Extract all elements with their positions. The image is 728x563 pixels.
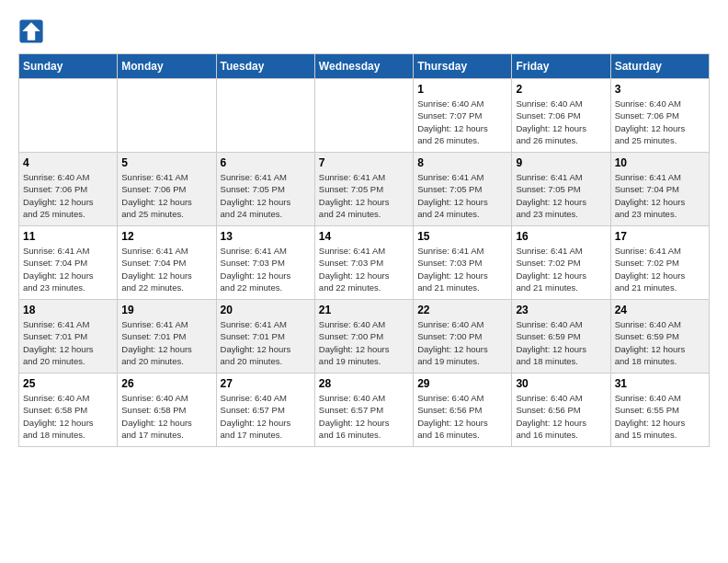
day-number: 6 [221,156,311,169]
day-number: 26 [121,377,211,390]
day-info: Sunrise: 6:41 AM Sunset: 7:04 PM Dayligh… [615,171,705,220]
calendar-cell: 14Sunrise: 6:41 AM Sunset: 7:03 PM Dayli… [314,226,413,300]
day-number: 1 [417,83,507,96]
day-number: 24 [615,304,705,316]
calendar-week-row: 1Sunrise: 6:40 AM Sunset: 7:07 PM Daylig… [19,79,710,153]
day-number: 22 [417,304,507,316]
day-number: 14 [319,230,409,243]
calendar-cell: 27Sunrise: 6:40 AM Sunset: 6:57 PM Dayli… [216,373,314,447]
day-info: Sunrise: 6:40 AM Sunset: 6:55 PM Dayligh… [615,392,705,441]
day-info: Sunrise: 6:40 AM Sunset: 6:57 PM Dayligh… [221,392,311,441]
day-info: Sunrise: 6:40 AM Sunset: 6:59 PM Dayligh… [516,318,606,367]
day-number: 3 [615,83,705,96]
day-info: Sunrise: 6:41 AM Sunset: 7:05 PM Dayligh… [417,171,507,220]
calendar-cell: 6Sunrise: 6:41 AM Sunset: 7:05 PM Daylig… [216,153,314,226]
day-info: Sunrise: 6:41 AM Sunset: 7:04 PM Dayligh… [23,245,113,293]
calendar-cell: 21Sunrise: 6:40 AM Sunset: 7:00 PM Dayli… [314,300,413,373]
day-info: Sunrise: 6:41 AM Sunset: 7:05 PM Dayligh… [221,171,311,220]
calendar-cell: 17Sunrise: 6:41 AM Sunset: 7:02 PM Dayli… [610,226,709,300]
day-info: Sunrise: 6:41 AM Sunset: 7:03 PM Dayligh… [221,245,311,293]
day-header-tuesday: Tuesday [216,54,314,79]
calendar-cell [118,79,216,153]
calendar-cell: 4Sunrise: 6:40 AM Sunset: 7:06 PM Daylig… [19,153,118,226]
day-info: Sunrise: 6:41 AM Sunset: 7:05 PM Dayligh… [516,171,606,220]
calendar-week-row: 4Sunrise: 6:40 AM Sunset: 7:06 PM Daylig… [19,153,710,226]
calendar-cell: 23Sunrise: 6:40 AM Sunset: 6:59 PM Dayli… [512,300,610,373]
day-info: Sunrise: 6:40 AM Sunset: 6:59 PM Dayligh… [615,318,705,367]
day-header-thursday: Thursday [414,54,512,79]
day-header-monday: Monday [118,54,216,79]
day-info: Sunrise: 6:41 AM Sunset: 7:05 PM Dayligh… [319,171,409,220]
page-header [18,18,710,44]
day-info: Sunrise: 6:40 AM Sunset: 6:56 PM Dayligh… [516,392,606,441]
day-number: 18 [23,304,113,316]
calendar-cell: 7Sunrise: 6:41 AM Sunset: 7:05 PM Daylig… [314,153,413,226]
calendar-cell: 24Sunrise: 6:40 AM Sunset: 6:59 PM Dayli… [610,300,709,373]
day-info: Sunrise: 6:40 AM Sunset: 7:07 PM Dayligh… [417,98,507,146]
calendar-cell: 9Sunrise: 6:41 AM Sunset: 7:05 PM Daylig… [512,153,610,226]
calendar-cell: 28Sunrise: 6:40 AM Sunset: 6:57 PM Dayli… [314,373,413,447]
day-number: 19 [121,304,211,316]
calendar-table: SundayMondayTuesdayWednesdayThursdayFrid… [18,53,710,447]
calendar-cell: 12Sunrise: 6:41 AM Sunset: 7:04 PM Dayli… [118,226,216,300]
day-number: 15 [417,230,507,243]
day-info: Sunrise: 6:41 AM Sunset: 7:02 PM Dayligh… [615,245,705,293]
calendar-cell: 29Sunrise: 6:40 AM Sunset: 6:56 PM Dayli… [414,373,512,447]
day-number: 21 [319,304,409,316]
calendar-cell: 19Sunrise: 6:41 AM Sunset: 7:01 PM Dayli… [118,300,216,373]
day-number: 20 [221,304,311,316]
day-number: 7 [319,156,409,169]
day-info: Sunrise: 6:40 AM Sunset: 6:58 PM Dayligh… [23,392,113,441]
day-info: Sunrise: 6:41 AM Sunset: 7:03 PM Dayligh… [319,245,409,293]
day-number: 12 [121,230,211,243]
day-info: Sunrise: 6:41 AM Sunset: 7:02 PM Dayligh… [516,245,606,293]
day-number: 10 [615,156,705,169]
day-number: 30 [516,377,606,390]
day-info: Sunrise: 6:41 AM Sunset: 7:01 PM Dayligh… [121,318,211,367]
day-info: Sunrise: 6:40 AM Sunset: 6:57 PM Dayligh… [319,392,409,441]
day-number: 31 [615,377,705,390]
calendar-cell: 16Sunrise: 6:41 AM Sunset: 7:02 PM Dayli… [512,226,610,300]
day-header-saturday: Saturday [610,54,709,79]
day-number: 23 [516,304,606,316]
day-info: Sunrise: 6:41 AM Sunset: 7:03 PM Dayligh… [417,245,507,293]
calendar-cell: 18Sunrise: 6:41 AM Sunset: 7:01 PM Dayli… [19,300,118,373]
calendar-cell [216,79,314,153]
calendar-cell: 5Sunrise: 6:41 AM Sunset: 7:06 PM Daylig… [118,153,216,226]
day-number: 8 [417,156,507,169]
day-info: Sunrise: 6:40 AM Sunset: 7:06 PM Dayligh… [615,98,705,146]
calendar-header-row: SundayMondayTuesdayWednesdayThursdayFrid… [19,54,710,79]
calendar-cell: 15Sunrise: 6:41 AM Sunset: 7:03 PM Dayli… [414,226,512,300]
calendar-cell: 20Sunrise: 6:41 AM Sunset: 7:01 PM Dayli… [216,300,314,373]
day-info: Sunrise: 6:40 AM Sunset: 6:56 PM Dayligh… [417,392,507,441]
calendar-week-row: 18Sunrise: 6:41 AM Sunset: 7:01 PM Dayli… [19,300,710,373]
calendar-week-row: 25Sunrise: 6:40 AM Sunset: 6:58 PM Dayli… [19,373,710,447]
calendar-cell: 10Sunrise: 6:41 AM Sunset: 7:04 PM Dayli… [610,153,709,226]
day-info: Sunrise: 6:40 AM Sunset: 7:06 PM Dayligh… [23,171,113,220]
day-number: 11 [23,230,113,243]
calendar-cell: 22Sunrise: 6:40 AM Sunset: 7:00 PM Dayli… [414,300,512,373]
day-info: Sunrise: 6:41 AM Sunset: 7:01 PM Dayligh… [221,318,311,367]
day-info: Sunrise: 6:41 AM Sunset: 7:01 PM Dayligh… [23,318,113,367]
day-number: 25 [23,377,113,390]
calendar-cell: 31Sunrise: 6:40 AM Sunset: 6:55 PM Dayli… [610,373,709,447]
logo-icon [18,18,44,44]
day-header-sunday: Sunday [19,54,118,79]
calendar-cell [19,79,118,153]
calendar-cell: 3Sunrise: 6:40 AM Sunset: 7:06 PM Daylig… [610,79,709,153]
day-number: 16 [516,230,606,243]
calendar-cell: 1Sunrise: 6:40 AM Sunset: 7:07 PM Daylig… [414,79,512,153]
day-info: Sunrise: 6:40 AM Sunset: 6:58 PM Dayligh… [121,392,211,441]
day-number: 28 [319,377,409,390]
logo [18,18,48,44]
day-info: Sunrise: 6:40 AM Sunset: 7:00 PM Dayligh… [417,318,507,367]
day-header-wednesday: Wednesday [314,54,413,79]
calendar-cell: 11Sunrise: 6:41 AM Sunset: 7:04 PM Dayli… [19,226,118,300]
calendar-cell: 8Sunrise: 6:41 AM Sunset: 7:05 PM Daylig… [414,153,512,226]
day-number: 4 [23,156,113,169]
calendar-cell: 25Sunrise: 6:40 AM Sunset: 6:58 PM Dayli… [19,373,118,447]
calendar-cell: 13Sunrise: 6:41 AM Sunset: 7:03 PM Dayli… [216,226,314,300]
calendar-week-row: 11Sunrise: 6:41 AM Sunset: 7:04 PM Dayli… [19,226,710,300]
day-number: 9 [516,156,606,169]
day-info: Sunrise: 6:41 AM Sunset: 7:04 PM Dayligh… [121,245,211,293]
